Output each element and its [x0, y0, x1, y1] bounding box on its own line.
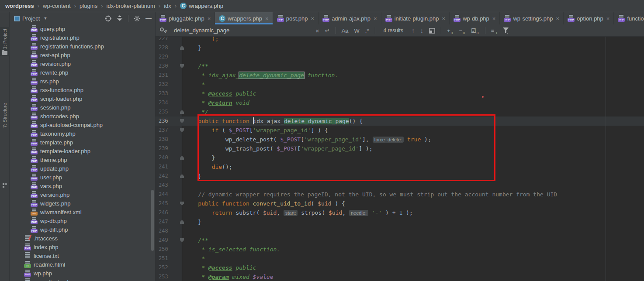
close-icon[interactable]: × — [492, 15, 496, 22]
whole-words-toggle[interactable]: W — [354, 27, 360, 34]
tree-item[interactable]: PHPshortcodes.php — [10, 112, 155, 120]
locate-file-icon[interactable] — [105, 15, 111, 22]
select-all-occurrences-icon[interactable]: ☑II — [471, 27, 479, 34]
tab-pluggable.php[interactable]: PHPpluggable.php× — [156, 12, 215, 24]
code-line-227[interactable]: 227 ); — [155, 37, 644, 43]
tree-item[interactable]: PHPspl-autoload-compat.php — [10, 120, 155, 129]
code-line-252[interactable]: 252 * @access public — [155, 263, 644, 272]
close-icon[interactable]: × — [311, 15, 315, 22]
tree-item[interactable]: PHPwp-activate.php — [10, 278, 155, 281]
previous-occurrence-icon[interactable]: ↑ — [412, 27, 415, 34]
code-text[interactable]: * — [182, 81, 205, 88]
tree-item[interactable]: license.txt — [10, 251, 155, 260]
tree-item[interactable]: PHPupdate.php — [10, 164, 155, 173]
tree-item[interactable]: Hreadme.html — [10, 260, 155, 269]
tree-item[interactable]: PHPversion.php — [10, 190, 155, 199]
tab-wp-db.php[interactable]: PHPwp-db.php× — [450, 12, 500, 24]
tree-item[interactable]: PHPrevision.php — [10, 59, 155, 68]
code-text[interactable] — [182, 54, 184, 60]
breadcrumb-item[interactable]: wordpress — [5, 3, 34, 9]
code-line-244[interactable]: 244 // dynamic wrapper requires the page… — [155, 190, 644, 199]
code-line-232[interactable]: 232 * — [155, 80, 644, 89]
tab-functions.php[interactable]: PHPfunctions.php× — [614, 12, 644, 24]
filter-lines-icon[interactable]: ≡I — [491, 27, 498, 34]
gear-icon[interactable] — [134, 15, 140, 22]
match-case-toggle[interactable]: Aa — [342, 27, 349, 34]
tree-item[interactable]: PHPrss-functions.php — [10, 86, 155, 94]
remove-selection-icon[interactable]: −II — [459, 27, 465, 34]
code-text[interactable]: * — [182, 255, 205, 262]
code-text[interactable]: * @access public — [182, 90, 256, 97]
code-text[interactable]: public function convert_uid_to_id( $uid … — [182, 200, 345, 207]
tree-item[interactable]: .htaccess — [10, 234, 155, 243]
breadcrumb-item[interactable]: idx-broker-platinum — [107, 3, 155, 9]
tree-item[interactable]: PHPscript-loader.php — [10, 94, 155, 103]
tree-item[interactable]: PHPtemplate-loader.php — [10, 147, 155, 155]
code-line-230[interactable]: 230 /** — [155, 62, 644, 71]
regex-toggle[interactable]: .* — [365, 27, 369, 34]
tree-item[interactable]: PHPwp-db.php — [10, 216, 155, 225]
tree-item[interactable]: PHPwp-diff.php — [10, 225, 155, 234]
tree-item[interactable]: PHPtemplate.php — [10, 138, 155, 147]
code-line-243[interactable]: 243 — [155, 181, 644, 190]
code-editor[interactable]: 227 );228 }229230 /**231 * idx_ajax_dele… — [155, 37, 644, 281]
chevron-down-icon[interactable]: ▼ — [43, 16, 47, 21]
code-text[interactable]: // dynamic wrapper requires the pageID, … — [182, 191, 557, 198]
code-line-231[interactable]: 231 * idx_ajax_delete_dynamic_page funct… — [155, 71, 644, 80]
search-input[interactable]: delete_dynamic_page — [174, 27, 229, 34]
code-text[interactable]: ); — [182, 37, 218, 42]
tab-wp-settings.php[interactable]: PHPwp-settings.php× — [500, 12, 564, 24]
clear-search-icon[interactable]: × — [315, 27, 319, 34]
breadcrumb-item[interactable]: wp-content — [43, 3, 71, 9]
hide-panel-icon[interactable]: — — [145, 15, 152, 22]
code-text[interactable]: * is_selected function. — [182, 246, 280, 253]
code-line-233[interactable]: 233 * @access public — [155, 89, 644, 98]
tree-item[interactable]: PHPrest-api.php — [10, 51, 155, 59]
code-text[interactable] — [182, 182, 184, 188]
code-text[interactable]: * @return void — [182, 99, 249, 106]
filter-funnel-icon[interactable] — [503, 27, 509, 34]
structure-grid-icon[interactable] — [3, 183, 7, 188]
tool-button-project[interactable]: 1: Project — [0, 27, 10, 56]
close-icon[interactable]: × — [606, 15, 610, 22]
project-panel-title[interactable]: Project — [22, 15, 40, 22]
close-icon[interactable]: × — [442, 15, 446, 22]
close-icon[interactable]: × — [265, 15, 269, 22]
tab-wrappers.php[interactable]: Cwrappers.php× — [215, 12, 273, 24]
code-text[interactable]: /** — [182, 237, 208, 243]
code-line-247[interactable]: 247 } — [155, 217, 644, 226]
tab-admin-ajax.php[interactable]: PHPadmin-ajax.php× — [319, 12, 381, 24]
tree-item[interactable]: PHPtheme.php — [10, 155, 155, 164]
tree-item[interactable]: PHPregistration.php — [10, 33, 155, 42]
tree-item[interactable]: PHPwp.php — [10, 269, 155, 278]
tree-item[interactable]: PHPwidgets.php — [10, 199, 155, 208]
search-icon[interactable]: ▼ — [160, 27, 168, 34]
tool-button-structure[interactable]: 7: Structure — [0, 103, 10, 128]
tree-item[interactable]: <>wlwmanifest.xml — [10, 208, 155, 216]
code-text[interactable]: /** — [182, 63, 208, 69]
tree-item[interactable]: PHPquery.php — [10, 24, 155, 33]
tree-item[interactable]: PHPindex.php — [10, 243, 155, 251]
code-line-253[interactable]: 253 * @param mixed $value — [155, 272, 644, 281]
tree-item[interactable]: PHPuser.php — [10, 173, 155, 182]
code-line-245[interactable]: 245 public function convert_uid_to_id( $… — [155, 199, 644, 208]
code-text[interactable]: return substr( $uid, start: strpos( $uid… — [182, 209, 413, 216]
code-line-228[interactable]: 228 } — [155, 43, 644, 52]
breadcrumb-item[interactable]: idx — [164, 3, 171, 9]
tab-initiate-plugin.php[interactable]: PHPinitiate-plugin.php× — [381, 12, 450, 24]
tree-item[interactable]: PHPvars.php — [10, 182, 155, 190]
tree-item[interactable]: PHPrewrite.php — [10, 68, 155, 77]
open-in-find-window-icon[interactable] — [429, 28, 435, 34]
tab-post.php[interactable]: PHPpost.php× — [273, 12, 319, 24]
close-icon[interactable]: × — [556, 15, 560, 22]
new-line-icon[interactable]: ↵ — [325, 27, 330, 34]
collapse-all-icon[interactable] — [117, 15, 123, 21]
code-text[interactable]: * idx_ajax_delete_dynamic_page function. — [182, 72, 338, 79]
code-line-249[interactable]: 249 /** — [155, 236, 644, 245]
breadcrumb-item[interactable]: plugins — [80, 3, 97, 9]
tree-item[interactable]: PHPrss.php — [10, 77, 155, 86]
code-text[interactable]: * @access public — [182, 264, 256, 271]
breadcrumb-file[interactable]: Cwrappers.php — [180, 3, 223, 9]
code-line-248[interactable]: 248 — [155, 226, 644, 236]
code-line-250[interactable]: 250 * is_selected function. — [155, 245, 644, 254]
